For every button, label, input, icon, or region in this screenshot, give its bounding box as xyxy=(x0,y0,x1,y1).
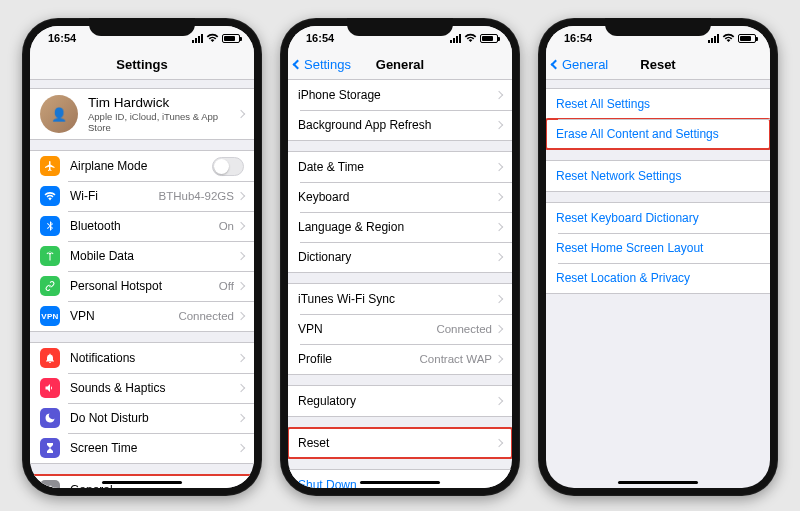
settings-row[interactable]: iTunes Wi-Fi Sync xyxy=(288,284,512,314)
content[interactable]: Reset All SettingsErase All Content and … xyxy=(546,80,770,488)
settings-row[interactable]: Date & Time xyxy=(288,152,512,182)
signal-icon xyxy=(450,34,461,43)
settings-row[interactable]: iPhone Storage xyxy=(288,80,512,110)
wifi-status-icon xyxy=(722,33,735,43)
chevron-right-icon xyxy=(495,121,503,129)
battery-icon xyxy=(222,34,240,43)
airplane-icon xyxy=(40,156,60,176)
status-right xyxy=(450,33,498,43)
row-label: Sounds & Haptics xyxy=(70,381,238,395)
shut-down-row[interactable]: Shut Down xyxy=(288,470,512,488)
chevron-right-icon xyxy=(237,354,245,362)
settings-row[interactable]: Reset Location & Privacy xyxy=(546,263,770,293)
settings-row[interactable]: Sounds & Haptics xyxy=(30,373,254,403)
chevron-right-icon xyxy=(495,325,503,333)
settings-row[interactable]: VPNVPNConnected xyxy=(30,301,254,331)
chevron-right-icon xyxy=(237,222,245,230)
settings-row[interactable]: Wi-FiBTHub4-92GS xyxy=(30,181,254,211)
wifi-status-icon xyxy=(464,33,477,43)
wifi-status-icon xyxy=(206,33,219,43)
chevron-left-icon xyxy=(293,60,303,70)
chevron-right-icon xyxy=(237,384,245,392)
settings-row[interactable]: Reset Keyboard Dictionary xyxy=(546,203,770,233)
home-indicator[interactable] xyxy=(618,481,698,485)
row-value: Connected xyxy=(178,310,234,322)
row-label: Reset Location & Privacy xyxy=(556,271,760,285)
settings-row[interactable]: VPNConnected xyxy=(288,314,512,344)
settings-row[interactable]: Screen Time xyxy=(30,433,254,463)
settings-row[interactable]: Personal HotspotOff xyxy=(30,271,254,301)
chevron-right-icon xyxy=(237,252,245,260)
settings-row[interactable]: Erase All Content and Settings xyxy=(546,119,770,149)
back-button[interactable]: General xyxy=(552,57,608,72)
settings-row[interactable]: Do Not Disturb xyxy=(30,403,254,433)
bluetooth-icon xyxy=(40,216,60,236)
reset-group: Reset xyxy=(288,427,512,459)
page-title: Reset xyxy=(640,57,675,72)
settings-row[interactable]: Reset xyxy=(288,428,512,458)
settings-row[interactable]: Reset Network Settings xyxy=(546,161,770,191)
row-label: Airplane Mode xyxy=(70,159,212,173)
settings-row[interactable]: Mobile Data xyxy=(30,241,254,271)
row-label: Wi-Fi xyxy=(70,189,159,203)
chevron-right-icon xyxy=(495,193,503,201)
apple-id-row[interactable]: 👤 Tim Hardwick Apple ID, iCloud, iTunes … xyxy=(30,89,254,139)
gear-icon xyxy=(40,480,60,488)
reset-all-group: Reset All SettingsErase All Content and … xyxy=(546,88,770,150)
settings-row[interactable]: BluetoothOn xyxy=(30,211,254,241)
settings-row[interactable]: ProfileContract WAP xyxy=(288,344,512,374)
row-label: Erase All Content and Settings xyxy=(556,127,760,141)
vpn-icon: VPN xyxy=(40,306,60,326)
row-label: Keyboard xyxy=(298,190,496,204)
settings-row[interactable]: Airplane Mode xyxy=(30,151,254,181)
alerts-group: NotificationsSounds & HapticsDo Not Dist… xyxy=(30,342,254,464)
row-label: VPN xyxy=(298,322,436,336)
nav-bar: Settings xyxy=(30,50,254,80)
locale-group: Date & TimeKeyboardLanguage & RegionDict… xyxy=(288,151,512,273)
row-label: Dictionary xyxy=(298,250,496,264)
settings-row[interactable]: Reset Home Screen Layout xyxy=(546,233,770,263)
settings-row[interactable]: Background App Refresh xyxy=(288,110,512,140)
phone-2: 16:54 Settings General iPhone StorageBac… xyxy=(280,18,520,496)
settings-row[interactable]: Notifications xyxy=(30,343,254,373)
avatar: 👤 xyxy=(40,95,78,133)
home-indicator[interactable] xyxy=(102,481,182,485)
chevron-right-icon xyxy=(237,444,245,452)
nav-bar: General Reset xyxy=(546,50,770,80)
home-indicator[interactable] xyxy=(360,481,440,485)
row-value: BTHub4-92GS xyxy=(159,190,234,202)
settings-row[interactable]: Dictionary xyxy=(288,242,512,272)
row-label: Mobile Data xyxy=(70,249,238,263)
screentime-icon xyxy=(40,438,60,458)
phone-3: 16:54 General Reset Reset All SettingsEr… xyxy=(538,18,778,496)
status-right xyxy=(192,33,240,43)
back-label: Settings xyxy=(304,57,351,72)
row-value: Connected xyxy=(436,323,492,335)
back-button[interactable]: Settings xyxy=(294,57,351,72)
chevron-right-icon xyxy=(237,192,245,200)
row-label: Language & Region xyxy=(298,220,496,234)
settings-row[interactable]: Regulatory xyxy=(288,386,512,416)
settings-row[interactable]: Reset All Settings xyxy=(546,89,770,119)
notch xyxy=(605,18,711,36)
toggle[interactable] xyxy=(212,157,244,176)
sync-group: iTunes Wi-Fi SyncVPNConnectedProfileCont… xyxy=(288,283,512,375)
row-label: iTunes Wi-Fi Sync xyxy=(298,292,496,306)
settings-row[interactable]: Language & Region xyxy=(288,212,512,242)
profile-group: 👤 Tim Hardwick Apple ID, iCloud, iTunes … xyxy=(30,88,254,140)
content[interactable]: iPhone StorageBackground App Refresh Dat… xyxy=(288,80,512,488)
chevron-right-icon xyxy=(495,355,503,363)
dnd-icon xyxy=(40,408,60,428)
chevron-right-icon xyxy=(237,414,245,422)
row-label: Regulatory xyxy=(298,394,496,408)
row-label: Date & Time xyxy=(298,160,496,174)
row-label: Reset xyxy=(298,436,496,450)
chevron-right-icon xyxy=(495,253,503,261)
content[interactable]: 👤 Tim Hardwick Apple ID, iCloud, iTunes … xyxy=(30,80,254,488)
profile-name: Tim Hardwick xyxy=(88,95,238,110)
row-label: Profile xyxy=(298,352,420,366)
row-value: Off xyxy=(219,280,234,292)
row-label: Bluetooth xyxy=(70,219,219,233)
notch xyxy=(347,18,453,36)
settings-row[interactable]: Keyboard xyxy=(288,182,512,212)
